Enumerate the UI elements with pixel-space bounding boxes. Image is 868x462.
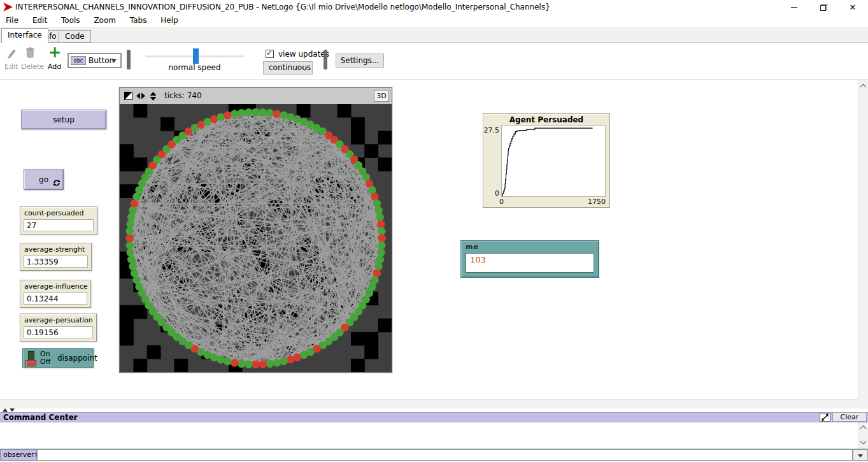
command-input[interactable] bbox=[37, 449, 853, 461]
3d-view-button[interactable]: 3D bbox=[374, 90, 389, 102]
button-widget-icon: abc bbox=[71, 56, 86, 65]
x-axis-max-tick: 1750 bbox=[588, 198, 606, 206]
setup-button-label: setup bbox=[53, 115, 75, 124]
switch-name: disappoint bbox=[57, 349, 97, 367]
menu-file[interactable]: File bbox=[0, 14, 24, 27]
command-center-expand-button[interactable] bbox=[820, 413, 830, 422]
world-view: ticks: 740 3D bbox=[119, 87, 392, 373]
horizontal-scrollbar[interactable] bbox=[0, 399, 858, 409]
interface-toolbar: Edit Delete + Add abc Button normal spee… bbox=[0, 43, 868, 80]
menu-tabs[interactable]: Tabs bbox=[124, 14, 153, 27]
menu-bar: File Edit Tools Zoom Tabs Help bbox=[0, 14, 868, 27]
ticks-counter: ticks: 740 bbox=[164, 88, 202, 104]
minimize-button[interactable] bbox=[783, 0, 805, 14]
speed-label: normal speed bbox=[145, 63, 244, 72]
go-button-label: go bbox=[39, 175, 48, 184]
clear-button[interactable]: Clear bbox=[832, 412, 867, 422]
netlogo-window: INTERPERSONAL_CHANNELS_INNOVATION_DIFFUS… bbox=[0, 0, 868, 462]
settings-button[interactable]: Settings... bbox=[336, 54, 384, 68]
plot-line-series bbox=[502, 126, 605, 196]
splitter-up-icon[interactable] bbox=[3, 408, 8, 412]
go-button[interactable]: go bbox=[24, 169, 64, 190]
close-icon: ✕ bbox=[850, 3, 857, 11]
network-graph bbox=[120, 104, 392, 372]
y-axis-max-tick: 27.5 bbox=[483, 126, 499, 134]
toolbar-separator bbox=[127, 50, 131, 69]
netlogo-logo-icon bbox=[3, 3, 13, 11]
resize-world-icon[interactable] bbox=[124, 92, 132, 100]
menu-tools[interactable]: Tools bbox=[55, 14, 86, 27]
check-icon: ✓ bbox=[266, 48, 273, 57]
y-axis-min-tick: 0 bbox=[492, 189, 499, 198]
menu-zoom[interactable]: Zoom bbox=[88, 14, 122, 27]
scroll-up-icon[interactable] bbox=[860, 426, 867, 432]
title-bar: INTERPERSONAL_CHANNELS_INNOVATION_DIFFUS… bbox=[0, 0, 868, 14]
expand-icon bbox=[820, 414, 830, 421]
add-icon[interactable]: + bbox=[48, 43, 61, 61]
trash-icon[interactable] bbox=[25, 47, 35, 59]
monitor-label: average-influence bbox=[24, 282, 87, 291]
plot-title: Agent Persuaded bbox=[483, 115, 609, 124]
monitor-value: 27 bbox=[24, 219, 94, 231]
scroll-down-icon[interactable] bbox=[860, 438, 867, 445]
tab-row: Interface Info Code bbox=[0, 27, 868, 43]
output-scrollbar[interactable] bbox=[858, 422, 868, 449]
add-tool-label[interactable]: Add bbox=[48, 62, 61, 71]
restore-icon bbox=[820, 4, 827, 11]
speed-slider-handle[interactable] bbox=[193, 48, 199, 64]
view-updates-checkbox[interactable]: ✓ bbox=[266, 50, 274, 58]
toolbar-separator bbox=[324, 50, 327, 69]
menu-edit[interactable]: Edit bbox=[27, 14, 53, 27]
restore-button[interactable] bbox=[813, 0, 834, 14]
world-view-header: ticks: 740 3D bbox=[120, 88, 392, 104]
monitor-average-influence: average-influence 0.13244 bbox=[20, 280, 91, 308]
command-center-header: Command Center bbox=[0, 412, 868, 422]
update-mode-dropdown[interactable]: continuous bbox=[263, 61, 313, 75]
delete-tool-label[interactable]: Delete bbox=[21, 62, 44, 71]
world-canvas[interactable] bbox=[120, 104, 392, 372]
input-label: me bbox=[466, 243, 479, 251]
menu-help[interactable]: Help bbox=[155, 14, 183, 27]
monitor-value: 0.13244 bbox=[24, 292, 87, 305]
observer-prompt: observer> bbox=[0, 449, 37, 461]
me-input-widget: me 103 bbox=[460, 240, 599, 278]
minimize-icon bbox=[791, 7, 797, 8]
monitor-label: average-strenght bbox=[24, 245, 85, 254]
chevron-down-icon bbox=[858, 454, 863, 458]
view-updates-label: view updates bbox=[278, 50, 329, 59]
switch-off-label: Off bbox=[40, 357, 50, 366]
tab-interface[interactable]: Interface bbox=[1, 28, 48, 43]
horizontal-shift-icon[interactable] bbox=[136, 92, 145, 100]
x-axis-min-tick: 0 bbox=[499, 198, 504, 206]
close-button[interactable]: ✕ bbox=[842, 0, 864, 14]
setup-button[interactable]: setup bbox=[21, 110, 106, 129]
input-value: 103 bbox=[470, 255, 486, 264]
forever-icon bbox=[53, 179, 60, 187]
edit-tool-label[interactable]: Edit bbox=[4, 62, 18, 71]
plot-area bbox=[501, 126, 606, 197]
tab-code[interactable]: Code bbox=[59, 30, 91, 43]
window-title: INTERPERSONAL_CHANNELS_INNOVATION_DIFFUS… bbox=[15, 0, 550, 14]
disappoint-switch[interactable]: On Off disappoint bbox=[22, 348, 94, 368]
input-field[interactable]: 103 bbox=[466, 253, 594, 273]
vertical-scrollbar[interactable] bbox=[858, 80, 868, 409]
monitor-value: 0.19156 bbox=[24, 326, 93, 338]
pencil-icon[interactable] bbox=[6, 48, 16, 59]
scrollbar-corner bbox=[858, 399, 868, 409]
vertical-shift-icon[interactable] bbox=[149, 92, 157, 101]
monitor-count-persuaded: count-persuaded 27 bbox=[20, 206, 97, 235]
switch-knob[interactable] bbox=[25, 360, 36, 366]
monitor-label: average-persuation bbox=[24, 316, 93, 324]
agent-persuaded-plot: Agent Persuaded 27.5 0 0 1750 bbox=[483, 113, 610, 208]
widget-type-dropdown[interactable]: abc Button bbox=[68, 53, 122, 68]
command-center-output[interactable] bbox=[0, 422, 868, 449]
monitor-average-strenght: average-strenght 1.33359 bbox=[20, 243, 92, 271]
monitor-average-persuation: average-persuation 0.19156 bbox=[20, 314, 97, 342]
monitor-value: 1.33359 bbox=[24, 256, 88, 268]
monitor-label: count-persuaded bbox=[24, 209, 83, 217]
splitter-down-icon[interactable] bbox=[10, 408, 15, 412]
agent-type-dropdown[interactable] bbox=[853, 449, 868, 461]
command-center-title: Command Center bbox=[3, 413, 78, 422]
widget-type-value: Button bbox=[89, 55, 114, 66]
scroll-up-icon[interactable] bbox=[860, 84, 867, 90]
